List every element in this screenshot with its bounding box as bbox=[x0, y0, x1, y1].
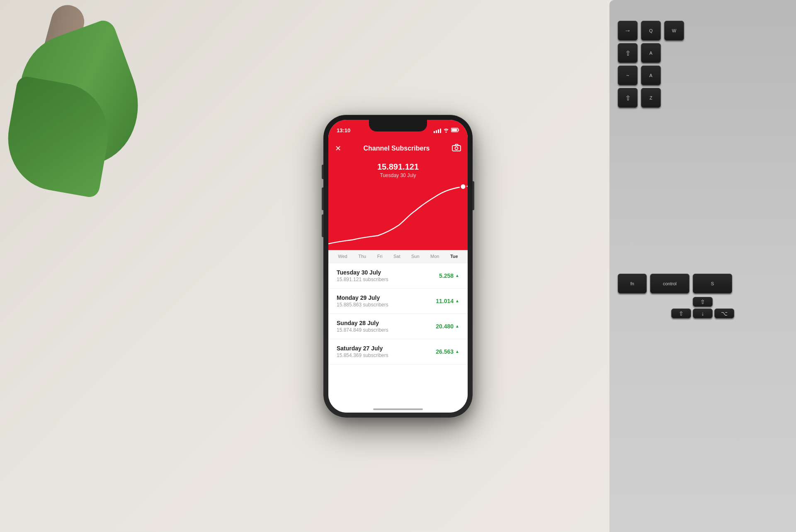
list-item-right-1: 11.014 ▲ bbox=[436, 298, 459, 304]
phone-container: 13:10 bbox=[323, 115, 473, 418]
key-arrow-up-2[interactable]: ⇧ bbox=[671, 309, 691, 318]
phone-side-button-mute[interactable] bbox=[322, 165, 323, 179]
close-button[interactable]: ✕ bbox=[335, 144, 341, 153]
status-icons bbox=[434, 128, 459, 134]
key-option[interactable]: S bbox=[693, 274, 732, 294]
list-item-value-1: 11.014 bbox=[436, 298, 454, 304]
data-list: Tuesday 30 July 15.891.121 subscribers 5… bbox=[328, 263, 468, 413]
day-sat: Sat bbox=[393, 254, 400, 259]
chart-svg-container bbox=[328, 184, 468, 250]
chart-date: Tuesday 30 July bbox=[328, 172, 468, 178]
signal-bar-3 bbox=[438, 129, 439, 133]
list-item-sub-1: 15.885.863 subscribers bbox=[337, 302, 388, 308]
keyboard-row-4: ⇧ Z bbox=[618, 88, 788, 108]
day-tue: Tue bbox=[450, 254, 458, 259]
list-item-value-3: 26.563 bbox=[436, 348, 454, 355]
list-item-3[interactable]: Saturday 27 July 15.854.369 subscribers … bbox=[328, 339, 468, 364]
list-item-sub-3: 15.854.369 subscribers bbox=[337, 352, 388, 358]
day-mon: Mon bbox=[430, 254, 439, 259]
key-arrow-up-1[interactable]: ⇧ bbox=[693, 297, 713, 307]
list-item-value-0: 5.258 bbox=[439, 272, 454, 279]
svg-rect-2 bbox=[452, 146, 461, 151]
key-arrow-right-2[interactable]: ⌥ bbox=[714, 309, 734, 318]
list-item-title-1: Monday 29 July bbox=[337, 294, 388, 301]
list-item-right-3: 26.563 ▲ bbox=[436, 348, 459, 355]
svg-point-4 bbox=[460, 184, 466, 189]
wifi-icon bbox=[443, 128, 449, 134]
list-item-right-0: 5.258 ▲ bbox=[439, 272, 459, 279]
phone-side-button-vol-up[interactable] bbox=[322, 187, 323, 210]
key-shift-2[interactable]: ⇧ bbox=[618, 88, 638, 108]
key-z[interactable]: Z bbox=[641, 88, 661, 108]
day-thu: Thu bbox=[358, 254, 366, 259]
keyboard-area: → Q W ⇧ A ~ A ⇧ Z fn control S ⇧ bbox=[609, 0, 796, 532]
phone-side-button-right[interactable] bbox=[473, 181, 474, 210]
key-q[interactable]: Q bbox=[641, 21, 661, 41]
chart-main-number: 15.891.121 bbox=[328, 162, 468, 172]
list-item-title-0: Tuesday 30 July bbox=[337, 269, 388, 276]
camera-button[interactable] bbox=[452, 144, 461, 153]
signal-bar-1 bbox=[434, 131, 435, 133]
battery-icon bbox=[451, 128, 459, 133]
keyboard-row-1: → Q W bbox=[618, 21, 788, 41]
days-axis: Wed Thu Fri Sat Sun Mon Tue bbox=[328, 250, 468, 263]
keyboard-row-2: ⇧ A bbox=[618, 43, 788, 63]
trend-up-icon-3: ▲ bbox=[455, 349, 459, 354]
key-tilde[interactable]: ~ bbox=[618, 66, 638, 85]
day-sun: Sun bbox=[411, 254, 420, 259]
list-item-2[interactable]: Sunday 28 July 15.874.849 subscribers 20… bbox=[328, 314, 468, 339]
list-item-left-3: Saturday 27 July 15.854.369 subscribers bbox=[337, 345, 388, 358]
list-item-title-2: Sunday 28 July bbox=[337, 320, 388, 326]
list-item-right-2: 20.480 ▲ bbox=[436, 323, 459, 330]
list-item-sub-0: 15.891.121 subscribers bbox=[337, 277, 388, 282]
laptop: → Q W ⇧ A ~ A ⇧ Z fn control S ⇧ bbox=[609, 0, 796, 532]
header-title: Channel Subscribers bbox=[363, 145, 430, 152]
list-item-1[interactable]: Monday 29 July 15.885.863 subscribers 11… bbox=[328, 289, 468, 314]
signal-bar-2 bbox=[436, 130, 437, 133]
phone-notch bbox=[369, 120, 427, 131]
trend-up-icon-2: ▲ bbox=[455, 324, 459, 328]
phone-side-button-vol-down[interactable] bbox=[322, 214, 323, 237]
app-header: ✕ Channel Subscribers bbox=[328, 138, 468, 159]
key-shift-1[interactable]: ⇧ bbox=[618, 43, 638, 63]
day-fri: Fri bbox=[377, 254, 383, 259]
list-item-value-2: 20.480 bbox=[436, 323, 454, 330]
key-arrow-right[interactable]: → bbox=[618, 21, 638, 41]
key-arrow-down[interactable]: ↓ bbox=[693, 309, 713, 318]
chart-stats: 15.891.121 Tuesday 30 July bbox=[328, 159, 468, 178]
phone-screen: 13:10 bbox=[328, 120, 468, 413]
list-item-sub-2: 15.874.849 subscribers bbox=[337, 327, 388, 333]
day-wed: Wed bbox=[338, 254, 347, 259]
list-item-title-3: Saturday 27 July bbox=[337, 345, 388, 352]
list-item-left-2: Sunday 28 July 15.874.849 subscribers bbox=[337, 320, 388, 333]
list-item-left-0: Tuesday 30 July 15.891.121 subscribers bbox=[337, 269, 388, 282]
phone-frame: 13:10 bbox=[323, 115, 473, 418]
svg-rect-1 bbox=[452, 129, 457, 131]
chart-area: 15.891.121 Tuesday 30 July bbox=[328, 159, 468, 250]
key-control[interactable]: control bbox=[650, 274, 689, 294]
trend-up-icon-0: ▲ bbox=[455, 273, 459, 278]
keyboard-row-3: ~ A bbox=[618, 66, 788, 85]
home-indicator bbox=[373, 408, 423, 410]
signal-bar-4 bbox=[440, 129, 441, 133]
list-item-left-1: Monday 29 July 15.885.863 subscribers bbox=[337, 294, 388, 308]
status-time: 13:10 bbox=[337, 127, 350, 134]
trend-up-icon-1: ▲ bbox=[455, 299, 459, 303]
plant-decoration bbox=[0, 0, 158, 290]
list-item-0[interactable]: Tuesday 30 July 15.891.121 subscribers 5… bbox=[328, 263, 468, 289]
svg-point-3 bbox=[455, 147, 458, 150]
key-a2[interactable]: A bbox=[641, 66, 661, 85]
key-a[interactable]: A bbox=[641, 43, 661, 63]
signal-bars bbox=[434, 128, 441, 133]
key-w[interactable]: W bbox=[664, 21, 684, 41]
key-fn[interactable]: fn bbox=[618, 274, 647, 294]
keyboard-row-bottom: fn control S bbox=[618, 274, 788, 294]
